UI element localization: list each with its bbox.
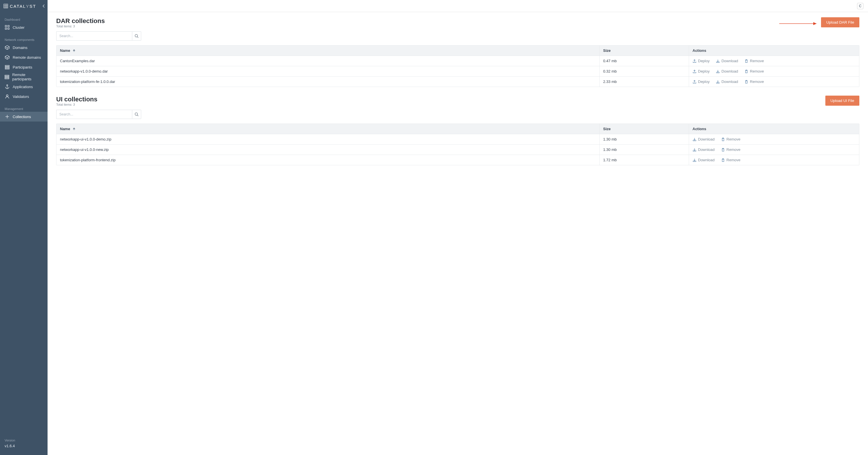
dar-table: Name Size Actions CantonExamples.dar0.47… bbox=[56, 45, 859, 87]
avatar[interactable]: C bbox=[857, 3, 863, 9]
user-icon bbox=[5, 94, 10, 99]
cell-size: 0.32 mb bbox=[600, 66, 689, 76]
download-action[interactable]: Download bbox=[716, 79, 738, 84]
sidebar-item-cluster[interactable]: Cluster bbox=[0, 23, 48, 32]
app-name: CATALYST bbox=[10, 4, 36, 9]
cell-name: tokenization-platform-frontend.zip bbox=[57, 155, 600, 165]
col-size[interactable]: Size bbox=[600, 45, 689, 56]
svg-rect-8 bbox=[8, 28, 9, 29]
sidebar-item-label: Validators bbox=[13, 94, 29, 99]
deploy-action[interactable]: Deploy bbox=[692, 59, 710, 63]
logo-icon bbox=[3, 4, 8, 8]
remove-action[interactable]: Remove bbox=[744, 79, 764, 84]
svg-rect-16 bbox=[5, 75, 9, 76]
upload-ui-button[interactable]: Upload UI File bbox=[825, 96, 859, 106]
sort-icon bbox=[73, 49, 75, 52]
sidebar-item-label: Collections bbox=[13, 115, 31, 119]
ui-title: UI collections bbox=[56, 96, 97, 103]
svg-line-27 bbox=[137, 37, 138, 38]
cell-name: networkapp-v1.0.0-demo.dar bbox=[57, 66, 600, 76]
sidebar: CATALYST DashboardClusterNetwork compone… bbox=[0, 0, 48, 455]
svg-rect-13 bbox=[5, 65, 9, 66]
sidebar-group-label: Management bbox=[0, 101, 48, 112]
svg-rect-0 bbox=[4, 4, 8, 8]
cube-icon bbox=[5, 45, 10, 50]
dar-search-button[interactable] bbox=[132, 31, 141, 41]
dar-section-head: DAR collections Total items: 3 Upload DA… bbox=[56, 17, 859, 28]
remove-action[interactable]: Remove bbox=[721, 148, 740, 152]
sidebar-group-label: Dashboard bbox=[0, 12, 48, 23]
sidebar-item-label: Applications bbox=[13, 85, 33, 89]
dar-search-input[interactable] bbox=[56, 31, 132, 41]
remove-action[interactable]: Remove bbox=[744, 59, 764, 63]
sort-icon bbox=[73, 128, 75, 130]
sidebar-item-label: Domains bbox=[13, 45, 27, 50]
sidebar-item-label: Participants bbox=[13, 65, 32, 69]
svg-rect-17 bbox=[5, 76, 9, 77]
col-size[interactable]: Size bbox=[600, 124, 689, 134]
cell-size: 0.47 mb bbox=[600, 56, 689, 66]
col-actions: Actions bbox=[689, 124, 859, 134]
dar-title: DAR collections bbox=[56, 17, 105, 25]
svg-rect-5 bbox=[5, 25, 7, 27]
sidebar-item-label: Remote participants bbox=[12, 72, 43, 81]
sidebar-item-participants[interactable]: Participants bbox=[0, 62, 48, 72]
sidebar-item-validators[interactable]: Validators bbox=[0, 92, 48, 101]
table-row: tokenization-platform-fe-1.0.0.dar2.33 m… bbox=[57, 76, 859, 87]
collapse-sidebar-button[interactable] bbox=[42, 0, 45, 12]
remove-action[interactable]: Remove bbox=[721, 158, 740, 162]
anchor-icon bbox=[5, 85, 10, 89]
stack-icon bbox=[5, 65, 10, 69]
cell-size: 1.72 mb bbox=[600, 155, 689, 165]
remove-action[interactable]: Remove bbox=[744, 69, 764, 73]
download-action[interactable]: Download bbox=[692, 148, 715, 152]
sidebar-item-label: Remote domains bbox=[13, 55, 41, 60]
table-row: networkapp-ui-v1.0.0-demo.zip1.30 mbDown… bbox=[57, 134, 859, 144]
sidebar-item-remote-domains[interactable]: Remote domains bbox=[0, 53, 48, 62]
cell-actions: DeployDownloadRemove bbox=[689, 56, 859, 66]
ui-section: UI collections Total items: 3 Upload UI … bbox=[56, 96, 859, 165]
sidebar-item-collections[interactable]: Collections bbox=[0, 112, 48, 122]
table-row: networkapp-ui-v1.0.0-new.zip1.30 mbDownl… bbox=[57, 144, 859, 155]
cell-actions: DownloadRemove bbox=[689, 144, 859, 155]
cube-remote-icon bbox=[5, 55, 10, 60]
col-name[interactable]: Name bbox=[57, 45, 600, 56]
search-icon bbox=[134, 112, 138, 116]
deploy-action[interactable]: Deploy bbox=[692, 79, 710, 84]
svg-marker-33 bbox=[73, 129, 75, 130]
download-action[interactable]: Download bbox=[716, 69, 738, 73]
plus-icon bbox=[5, 114, 10, 119]
remove-action[interactable]: Remove bbox=[721, 137, 740, 141]
stack-remote-icon bbox=[5, 74, 9, 79]
search-icon bbox=[134, 34, 138, 38]
table-row: networkapp-v1.0.0-demo.dar0.32 mbDeployD… bbox=[57, 66, 859, 76]
dar-section: DAR collections Total items: 3 Upload DA… bbox=[56, 17, 859, 87]
deploy-action[interactable]: Deploy bbox=[692, 69, 710, 73]
ui-search-input[interactable] bbox=[56, 110, 132, 119]
col-name[interactable]: Name bbox=[57, 124, 600, 134]
sidebar-header: CATALYST bbox=[0, 0, 48, 12]
download-action[interactable]: Download bbox=[692, 158, 715, 162]
upload-dar-button[interactable]: Upload DAR File bbox=[821, 17, 859, 27]
ui-section-head: UI collections Total items: 3 Upload UI … bbox=[56, 96, 859, 106]
sidebar-footer: Version v1.6.4 bbox=[0, 438, 48, 455]
svg-rect-6 bbox=[8, 25, 9, 27]
cell-actions: DownloadRemove bbox=[689, 155, 859, 165]
svg-point-26 bbox=[135, 35, 138, 37]
sidebar-item-applications[interactable]: Applications bbox=[0, 82, 48, 92]
sidebar-item-remote-participants[interactable]: Remote participants bbox=[0, 72, 48, 82]
download-action[interactable]: Download bbox=[692, 137, 715, 141]
cell-name: networkapp-ui-v1.0.0-demo.zip bbox=[57, 134, 600, 144]
cell-size: 2.33 mb bbox=[600, 76, 689, 87]
cell-size: 1.30 mb bbox=[600, 134, 689, 144]
svg-point-21 bbox=[6, 95, 8, 96]
ui-search bbox=[56, 110, 141, 119]
dar-table-head: Name Size Actions bbox=[57, 45, 859, 56]
topbar: C bbox=[48, 0, 868, 12]
sidebar-item-domains[interactable]: Domains bbox=[0, 43, 48, 53]
svg-rect-18 bbox=[5, 78, 9, 79]
ui-search-button[interactable] bbox=[132, 110, 141, 119]
ui-total: Total items: 3 bbox=[56, 103, 97, 106]
download-action[interactable]: Download bbox=[716, 59, 738, 63]
svg-marker-9 bbox=[5, 45, 9, 48]
